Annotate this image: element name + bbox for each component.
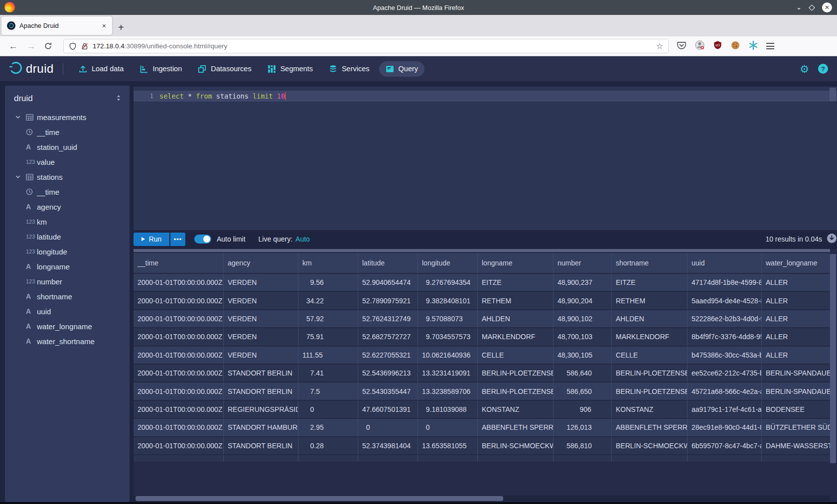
tab-apache-druid[interactable]: Apache Druid × [1,16,112,35]
table-cell[interactable]: 522286e2-b2b3-4d0d-9a [688,310,762,328]
table-cell[interactable]: 48,900,237 [554,274,612,292]
table-cell[interactable]: 586,640 [554,365,612,382]
table-cell[interactable]: 13.3238589706 [418,382,478,400]
nav-item-load-data[interactable]: Load data [72,61,131,77]
live-query-value[interactable]: Auto [295,235,310,243]
table-cell[interactable]: 45721a68-566c-4e2a-a6 [688,382,762,400]
results-bottom-scrollbar[interactable] [134,496,830,502]
forward-button[interactable]: → [26,41,36,52]
asterisk-extension-icon[interactable] [748,40,758,52]
table-cell[interactable]: 2000-01-01T00:00:00.000Z [134,292,224,310]
table-cell[interactable]: 28ec91e8-90c0-44d1-8fc [688,419,762,437]
table-cell[interactable]: 586,810 [554,437,612,455]
editor-scrollbar[interactable] [830,88,836,101]
table-cell[interactable]: 57.92 [298,310,358,328]
table-cell[interactable]: 0 [418,419,478,437]
maximize-icon[interactable] [809,4,815,11]
shield-icon[interactable] [69,42,77,50]
table-cell[interactable]: MARKLENDORF [478,328,554,346]
table-cell[interactable]: STANDORT HAMBURG [224,419,298,437]
table-cell[interactable]: 8b4f9f7c-3376-4dd8-95c [688,328,762,346]
table-cell[interactable]: 6b595707-8c47-4bc7-a8 [688,437,762,455]
table-cell[interactable]: CELLE [478,347,554,365]
back-button[interactable]: ← [8,41,18,52]
table-cell[interactable]: BERLIN-SCHMOECKWITZ [478,437,554,455]
table-cell[interactable]: EITZE [612,274,688,292]
table-cell[interactable]: BERLIN-PLOETZENSEE U [612,382,688,400]
table-cell[interactable]: BERLIN-PLOETZENSEE O [478,365,554,382]
druid-brand[interactable]: druid [9,61,54,77]
sql-editor[interactable]: 1 select * from stations limit 10 [134,87,837,230]
column-header-longname[interactable]: longname [478,253,554,274]
table-cell[interactable]: 52.6827572727 [358,328,418,346]
table-cell[interactable]: 10.0621640936 [418,347,478,365]
table-cell[interactable]: 2000-01-01T00:00:00.000Z [134,310,224,328]
nav-item-segments[interactable]: Segments [261,61,319,77]
url-bar[interactable]: 172.18.0.4:30899/unified-console.html#qu… [63,39,669,53]
table-cell[interactable]: ABBENFLETH SPERRWERK [612,419,688,437]
table-cell[interactable]: 52.5436996213 [358,365,418,382]
table-cell[interactable]: 126,013 [554,419,612,437]
column-km[interactable]: 123km [5,214,130,229]
table-cell[interactable]: 48,900,204 [554,292,612,310]
help-icon[interactable]: ? [818,64,828,74]
cookie-icon[interactable] [730,40,740,52]
table-cell[interactable]: 52.9040654474 [358,274,418,292]
table-cell[interactable]: 9.2767694354 [418,274,478,292]
account-icon[interactable] [695,40,705,52]
ublock-icon[interactable]: uO [713,40,722,52]
table-cell[interactable]: 9.3828408101 [418,292,478,310]
table-cell[interactable]: STANDORT BERLIN [224,382,298,400]
auto-limit-toggle[interactable] [194,235,211,244]
run-button[interactable]: Run [134,233,169,246]
table-cell[interactable]: CELLE [612,347,688,365]
table-cell[interactable]: BERLIN-SCHMOECKWITZ [612,437,688,455]
table-cell[interactable]: ABBENFLETH SPERRWERK [478,419,554,437]
table-cell[interactable]: BÜTZFLETHER SÜDERELBE [762,419,830,437]
column-header-agency[interactable]: agency [224,253,298,274]
table-cell[interactable]: 34.22 [298,292,358,310]
tab-close-icon[interactable]: × [100,22,108,30]
column-header-longitude[interactable]: longitude [418,253,478,274]
table-cell[interactable]: ALLER [762,310,830,328]
table-cell[interactable]: 2000-01-01T00:00:00.000Z [134,365,224,382]
column-value[interactable]: 123value [5,154,130,169]
table-cell[interactable]: VERDEN [224,328,298,346]
table-cell[interactable]: MARKLENDORF [612,328,688,346]
table-cell[interactable]: 47174d8f-1b8e-4599-8a [688,274,762,292]
column-header-water-longname[interactable]: water_longname [762,253,830,274]
table-cell[interactable]: KONSTANZ [612,401,688,419]
column-header-shortname[interactable]: shortname [612,253,688,274]
table-cell[interactable]: KONSTANZ [478,401,554,419]
table-cell[interactable]: 2.95 [298,419,358,437]
column-longitude[interactable]: 123longitude [5,244,130,259]
insecure-lock-icon[interactable] [81,42,89,50]
chevron-down-icon[interactable] [15,114,22,120]
sql-code-line[interactable]: select * from stations limit 10 [159,91,286,102]
table-cell[interactable]: STANDORT BERLIN [224,437,298,455]
table-cell[interactable]: 52.5430355447 [358,382,418,400]
nav-item-datasources[interactable]: Datasources [191,61,258,77]
column-water-longname[interactable]: Awater_longname [5,319,130,334]
column---time[interactable]: __time [5,184,130,199]
chevron-down-icon[interactable] [15,174,22,180]
table-cell[interactable]: 7.5 [298,382,358,400]
column-water-shortname[interactable]: Awater_shortname [5,334,130,349]
table-cell[interactable]: VERDEN [224,274,298,292]
table-cell[interactable]: ALLER [762,328,830,346]
table-cell[interactable]: BERLIN-PLOETZENSEE U [478,382,554,400]
table-cell[interactable]: 906 [554,401,612,419]
table-cell[interactable]: 48,900,102 [554,310,612,328]
table-cell[interactable]: 9.57088073 [418,310,478,328]
table-cell[interactable]: VERDEN [224,292,298,310]
table-cell[interactable]: RETHEM [478,292,554,310]
table-cell[interactable]: DAHME-WASSERSTRASSE [762,437,830,455]
table-cell[interactable]: 52.7624312749 [358,310,418,328]
new-tab-button[interactable]: + [118,22,124,32]
table-cell[interactable]: aa9179c1-17ef-4c61-a48 [688,401,762,419]
table-cell[interactable]: b475386c-30cc-453a-b3 [688,347,762,365]
table-cell[interactable]: 2000-01-01T00:00:00.000Z [134,328,224,346]
table-cell[interactable]: 9.7034557573 [418,328,478,346]
gear-icon[interactable]: ⚙ [800,64,809,74]
table-cell[interactable]: 2000-01-01T00:00:00.000Z [134,274,224,292]
